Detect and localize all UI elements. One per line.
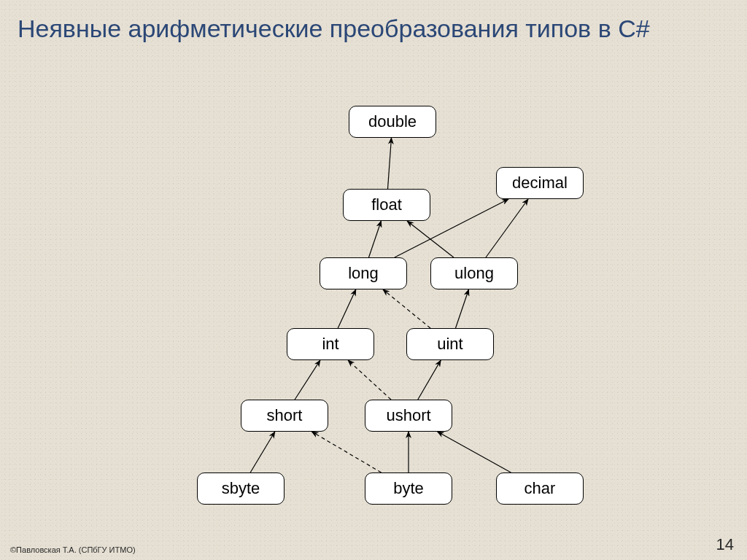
type-node-char: char [496,472,584,505]
conversion-arrow [456,289,469,328]
conversion-arrow [388,138,392,189]
conversion-arrow [383,289,430,328]
node-label: double [368,112,417,131]
node-label: ulong [454,264,494,283]
conversion-arrow [486,199,528,257]
conversion-arrow [407,221,454,257]
conversion-arrow [295,360,320,400]
type-node-decimal: decimal [496,167,584,199]
copyright-footer: ©Павловская Т.А. (СПбГУ ИТМО) [10,545,136,554]
node-label: long [348,264,379,283]
node-label: int [322,335,338,354]
type-node-ulong: ulong [430,257,518,289]
conversion-arrow [348,360,391,400]
type-node-sbyte: sbyte [197,472,285,505]
type-node-byte: byte [365,472,452,505]
type-node-uint: uint [406,328,494,360]
conversion-arrow [311,432,381,472]
type-node-double: double [349,106,436,138]
node-label: byte [393,479,424,498]
node-label: float [371,195,402,214]
node-label: uint [437,335,462,354]
node-label: sbyte [222,479,260,498]
conversion-arrow [250,432,275,472]
type-node-long: long [320,257,407,289]
conversion-arrow [438,432,511,472]
slide-number: 14 [716,535,734,554]
slide-title: Неявные арифметические преобразования ти… [18,13,729,44]
conversion-arrow [338,289,356,328]
type-node-float: float [343,189,430,221]
conversion-arrow [418,360,441,400]
type-node-int: int [287,328,374,360]
node-label: ushort [386,406,430,425]
node-label: decimal [512,174,568,192]
node-label: char [525,479,556,498]
node-label: short [267,406,303,425]
type-node-ushort: ushort [365,400,452,432]
type-node-short: short [241,400,328,432]
conversion-arrow [369,221,382,257]
